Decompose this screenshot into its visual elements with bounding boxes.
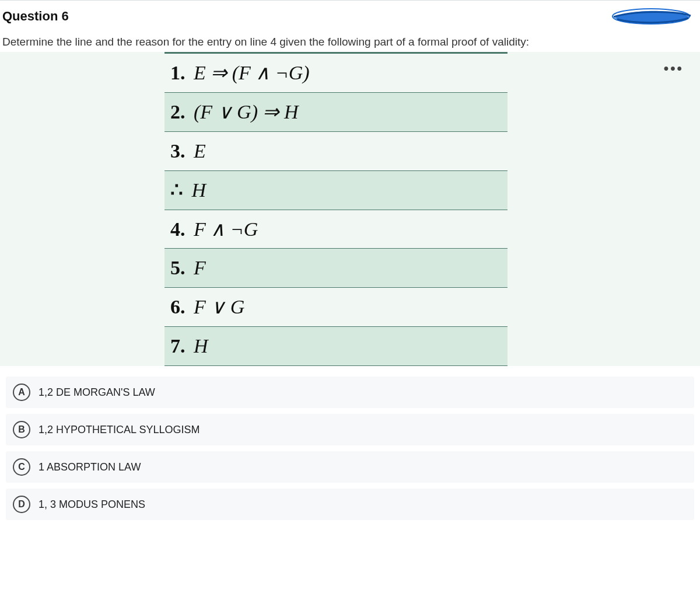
option-marker: D — [13, 496, 30, 513]
more-options-icon[interactable]: ••• — [664, 60, 684, 76]
proof-line-number: 1. — [170, 62, 186, 83]
option-text: 1,2 HYPOTHETICAL SYLLOGISM — [38, 424, 200, 436]
proof-line-expr: F — [194, 257, 206, 278]
proof-line: 5. F — [164, 249, 508, 288]
proof-line: ∴ H — [164, 171, 508, 210]
proof-line-expr: E — [194, 140, 206, 162]
proof-line-expr: (F ∨ G) ⇒ H — [194, 101, 299, 123]
option-marker: B — [13, 421, 30, 438]
proof-image-area: ••• 1. E ⇒ (F ∧ ¬G) 2. (F ∨ G) ⇒ H 3. E … — [0, 52, 700, 366]
proof-line: 2. (F ∨ G) ⇒ H — [164, 93, 508, 132]
therefore-symbol: ∴ — [170, 179, 183, 201]
proof-line-number: 5. — [170, 257, 186, 278]
option-marker: A — [13, 384, 30, 401]
question-header: Question 6 — [0, 1, 700, 32]
proof-line-number: 6. — [170, 296, 186, 318]
proof-line-number: 2. — [170, 101, 186, 123]
proof-line: 3. E — [164, 132, 508, 171]
option-text: 1 ABSORPTION LAW — [38, 461, 141, 473]
proof-line-expr: H — [194, 335, 208, 357]
option-text: 1, 3 MODUS PONENS — [38, 499, 145, 511]
proof-line: 6. F ∨ G — [164, 288, 508, 327]
answer-option-b[interactable]: B 1,2 HYPOTHETICAL SYLLOGISM — [6, 414, 694, 445]
answer-option-c[interactable]: C 1 ABSORPTION LAW — [6, 451, 694, 483]
proof-line-expr: H — [192, 179, 206, 201]
question-number: Question 6 — [2, 9, 69, 24]
proof-line-expr: E ⇒ (F ∧ ¬G) — [194, 62, 310, 83]
answer-options: A 1,2 DE MORGAN'S LAW B 1,2 HYPOTHETICAL… — [0, 366, 700, 529]
proof-line-number: 3. — [170, 140, 186, 162]
proof-line-expr: F ∧ ¬G — [194, 218, 258, 240]
option-text: 1,2 DE MORGAN'S LAW — [38, 386, 155, 399]
question-prompt: Determine the line and the reason for th… — [0, 32, 700, 52]
proof-line: 4. F ∧ ¬G — [164, 210, 508, 249]
proof-line-number: 7. — [170, 335, 186, 357]
answer-option-d[interactable]: D 1, 3 MODUS PONENS — [6, 489, 694, 520]
proof-table: 1. E ⇒ (F ∧ ¬G) 2. (F ∨ G) ⇒ H 3. E ∴ H … — [164, 52, 508, 366]
proof-line-number: 4. — [170, 218, 186, 240]
redaction-scribble — [611, 6, 693, 26]
answer-option-a[interactable]: A 1,2 DE MORGAN'S LAW — [6, 377, 694, 408]
proof-line: 7. H — [164, 327, 508, 366]
option-marker: C — [13, 458, 30, 476]
proof-line-expr: F ∨ G — [194, 296, 244, 318]
proof-line: 1. E ⇒ (F ∧ ¬G) — [164, 54, 508, 93]
